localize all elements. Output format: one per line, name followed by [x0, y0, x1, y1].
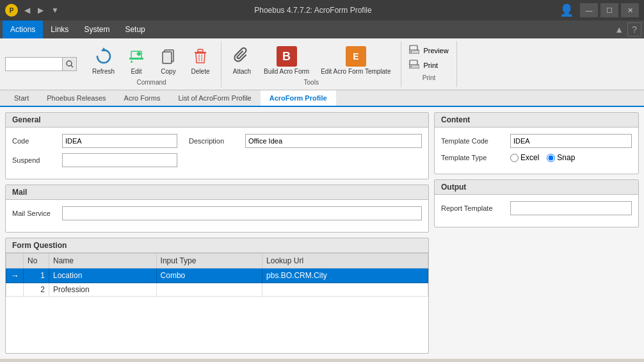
general-panel-content: Code Description Suspend — [6, 128, 428, 179]
form-question-panel-title: Form Question — [6, 238, 428, 253]
main-content: General Code Description Suspend Mail M — [0, 107, 644, 359]
content-panel-title: Content — [435, 113, 638, 128]
snap-radio-label[interactable]: Snap — [547, 153, 575, 162]
col-name: Name — [49, 254, 157, 268]
row-indicator-cell: → — [6, 268, 24, 283]
copy-label: Copy — [161, 68, 175, 75]
edit-acro-form-template-button[interactable]: E Edit Acro Form Template — [316, 44, 396, 78]
help-btn[interactable]: ? — [627, 22, 641, 37]
minimize-button[interactable]: — — [580, 3, 598, 17]
mail-service-input[interactable] — [62, 206, 422, 220]
content-panel-content: Template Code Template Type Excel Snap — [435, 128, 638, 174]
template-type-radio-group: Excel Snap — [510, 153, 575, 162]
tab-phoebus-releases[interactable]: Phoebus Releases — [38, 90, 115, 107]
qa-forward-btn[interactable]: ▶ — [35, 4, 46, 16]
mail-panel: Mail Mail Service — [5, 185, 429, 233]
description-input[interactable] — [245, 134, 422, 148]
code-label: Code — [12, 137, 57, 145]
qa-dropdown-btn[interactable]: ▼ — [49, 4, 61, 16]
build-acro-form-button[interactable]: B Build Acro Form — [259, 44, 314, 78]
tab-start[interactable]: Start — [5, 90, 38, 107]
title-bar: P ◀ ▶ ▼ Phoebus 4.7.7.2: AcroForm Profil… — [0, 0, 644, 21]
window-controls: — ☐ ✕ — [580, 3, 639, 17]
right-panels: Content Template Code Template Type Exce… — [434, 112, 639, 354]
output-panel-title: Output — [435, 180, 638, 195]
general-panel-title: General — [6, 113, 428, 128]
form-question-table-container: No Name Input Type Lookup Url → 1 Locati… — [6, 253, 428, 297]
table-row[interactable]: → 1 Location Combo pbs.BO.CRM.City — [6, 268, 428, 283]
print-icon — [409, 60, 419, 70]
snap-radio-text: Snap — [557, 153, 575, 162]
template-type-label: Template Type — [441, 154, 505, 161]
menu-actions[interactable]: Actions — [3, 21, 43, 38]
attach-button[interactable]: Attach — [227, 44, 257, 78]
tab-acro-forms[interactable]: Acro Forms — [115, 90, 170, 107]
maximize-button[interactable]: ☐ — [600, 3, 618, 17]
copy-icon — [158, 46, 179, 67]
tab-list-of-acroform-profile[interactable]: List of AcroForm Profile — [169, 90, 260, 107]
menu-setup[interactable]: Setup — [117, 21, 152, 38]
row-indicator-2 — [6, 283, 24, 297]
output-panel: Output Report Template — [434, 179, 639, 227]
mail-service-label: Mail Service — [12, 210, 57, 217]
suspend-input[interactable] — [62, 153, 177, 167]
edit-button[interactable]: Edit — [121, 44, 152, 78]
description-label: Description — [189, 137, 240, 145]
snap-radio[interactable] — [547, 154, 555, 162]
delete-label: Delete — [191, 68, 210, 75]
print-button[interactable]: Print — [407, 58, 451, 72]
preview-label: Preview — [423, 47, 448, 54]
report-template-input[interactable] — [510, 201, 632, 215]
svg-point-13 — [410, 51, 412, 53]
col-lookup-url: Lookup Url — [262, 254, 428, 268]
user-icon: 👤 — [559, 3, 574, 17]
menu-system[interactable]: System — [76, 21, 117, 38]
suspend-label: Suspend — [12, 156, 57, 164]
svg-rect-6 — [163, 52, 172, 63]
svg-rect-8 — [198, 49, 203, 52]
copy-button[interactable]: Copy — [153, 44, 184, 78]
excel-radio-text: Excel — [520, 153, 539, 162]
ribbon-search — [5, 44, 77, 85]
form-question-panel: Form Question No Name Input Type Lookup … — [5, 238, 429, 354]
output-panel-content: Report Template — [435, 195, 638, 227]
excel-radio[interactable] — [510, 154, 519, 162]
col-input-type: Input Type — [156, 254, 262, 268]
tab-acroform-profile[interactable]: AcroForm Profile — [261, 90, 336, 107]
app-icon: P — [5, 4, 18, 17]
ribbon-collapse-btn[interactable]: ▲ — [611, 23, 627, 36]
delete-icon — [190, 46, 211, 67]
row-input-type-1: Combo — [156, 268, 262, 283]
mail-service-row: Mail Service — [12, 206, 422, 220]
table-header-row: No Name Input Type Lookup Url — [6, 254, 428, 268]
row-no-1: 1 — [24, 268, 49, 283]
menu-links[interactable]: Links — [43, 21, 76, 38]
suspend-row: Suspend — [12, 153, 422, 167]
col-no: No — [24, 254, 49, 268]
refresh-button[interactable]: Refresh — [87, 44, 120, 78]
menu-bar: Actions Links System Setup ▲ ? — [0, 21, 644, 38]
ribbon: Refresh Edit Copy Delete Comman — [0, 38, 644, 90]
row-input-type-2 — [156, 283, 262, 297]
excel-radio-label[interactable]: Excel — [510, 153, 539, 162]
left-panels: General Code Description Suspend Mail M — [5, 112, 429, 354]
row-name-2: Profession — [49, 283, 157, 297]
col-indicator — [6, 254, 24, 268]
search-input[interactable] — [5, 57, 63, 71]
quick-access: ◀ ▶ ▼ — [22, 4, 61, 16]
search-button[interactable] — [63, 57, 77, 71]
template-code-input[interactable] — [510, 134, 632, 148]
delete-button[interactable]: Delete — [185, 44, 216, 78]
general-panel: General Code Description Suspend — [5, 112, 429, 179]
code-input[interactable] — [62, 134, 177, 148]
command-buttons: Refresh Edit Copy Delete — [87, 41, 216, 78]
table-row[interactable]: 2 Profession — [6, 283, 428, 297]
build-acro-form-icon: B — [277, 46, 297, 67]
preview-button[interactable]: Preview — [407, 44, 451, 57]
row-name-1: Location — [49, 268, 157, 283]
edit-acro-form-template-label: Edit Acro Form Template — [321, 68, 390, 75]
edit-acro-form-template-icon: E — [346, 46, 366, 67]
tabs: Start Phoebus Releases Acro Forms List o… — [0, 90, 644, 107]
qa-back-btn[interactable]: ◀ — [22, 4, 33, 16]
close-button[interactable]: ✕ — [621, 3, 639, 17]
